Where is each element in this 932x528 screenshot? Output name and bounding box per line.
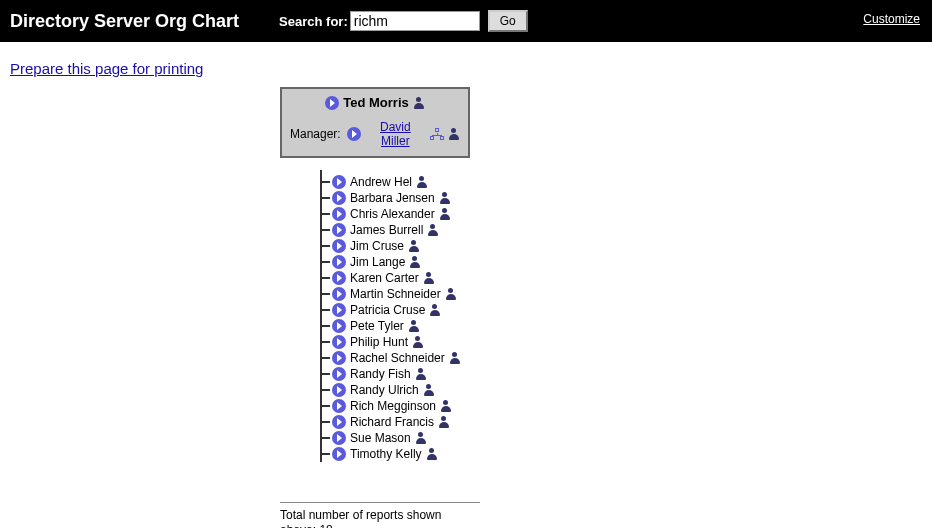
report-name[interactable]: Rich Megginson — [350, 399, 436, 413]
report-name[interactable]: Pete Tyler — [350, 319, 404, 333]
person-icon[interactable] — [409, 256, 421, 268]
report-name[interactable]: Philip Hunt — [350, 335, 408, 349]
report-name[interactable]: Jim Lange — [350, 255, 405, 269]
footer: Total number of reports shown above: 18 — [280, 502, 480, 528]
report-name[interactable]: Rachel Schneider — [350, 351, 445, 365]
report-row: Barbara Jensen — [322, 190, 932, 206]
tree-branch — [322, 277, 330, 279]
navigate-icon[interactable] — [332, 399, 346, 413]
tree-branch — [322, 421, 330, 423]
person-icon[interactable] — [412, 336, 424, 348]
report-name[interactable]: Martin Schneider — [350, 287, 441, 301]
tree-branch — [322, 197, 330, 199]
header-bar: Directory Server Org Chart Search for: G… — [0, 0, 932, 42]
tree-branch — [322, 389, 330, 391]
report-row: Jim Lange — [322, 254, 932, 270]
tree-branch — [322, 405, 330, 407]
report-name[interactable]: Barbara Jensen — [350, 191, 435, 205]
tree-branch — [322, 261, 330, 263]
navigate-icon[interactable] — [332, 335, 346, 349]
navigate-icon[interactable] — [332, 383, 346, 397]
report-row: Jim Cruse — [322, 238, 932, 254]
total-reports-text: Total number of reports shown above: 18 — [280, 508, 441, 528]
tree-branch — [322, 453, 330, 455]
tree-branch — [322, 357, 330, 359]
navigate-icon[interactable] — [347, 127, 361, 141]
person-icon[interactable] — [427, 224, 439, 236]
org-chart-icon[interactable] — [430, 128, 444, 140]
navigate-icon[interactable] — [332, 175, 346, 189]
report-row: Karen Carter — [322, 270, 932, 286]
report-name[interactable]: Andrew Hel — [350, 175, 412, 189]
report-name[interactable]: Sue Mason — [350, 431, 411, 445]
navigate-icon[interactable] — [332, 367, 346, 381]
navigate-icon[interactable] — [332, 319, 346, 333]
person-icon[interactable] — [445, 288, 457, 300]
report-name[interactable]: Chris Alexander — [350, 207, 435, 221]
customize-link[interactable]: Customize — [863, 12, 920, 26]
navigate-icon[interactable] — [332, 303, 346, 317]
person-icon[interactable] — [438, 416, 450, 428]
report-name[interactable]: Jim Cruse — [350, 239, 404, 253]
report-name[interactable]: Karen Carter — [350, 271, 419, 285]
person-icon[interactable] — [449, 352, 461, 364]
tree-branch — [322, 373, 330, 375]
person-icon[interactable] — [426, 448, 438, 460]
person-icon[interactable] — [423, 384, 435, 396]
go-button[interactable]: Go — [488, 10, 528, 32]
report-name[interactable]: Randy Ulrich — [350, 383, 419, 397]
person-icon[interactable] — [440, 400, 452, 412]
navigate-icon[interactable] — [332, 351, 346, 365]
manager-label: Manager: — [290, 127, 341, 141]
report-row: Philip Hunt — [322, 334, 932, 350]
report-row: Martin Schneider — [322, 286, 932, 302]
person-icon[interactable] — [448, 128, 460, 140]
navigate-icon[interactable] — [332, 239, 346, 253]
current-person-box: Ted Morris Manager: David Miller — [280, 87, 470, 158]
tree-branch — [322, 325, 330, 327]
report-row: Chris Alexander — [322, 206, 932, 222]
navigate-icon[interactable] — [332, 415, 346, 429]
tree-branch — [322, 437, 330, 439]
navigate-icon[interactable] — [332, 287, 346, 301]
report-row: James Burrell — [322, 222, 932, 238]
person-icon[interactable] — [415, 432, 427, 444]
navigate-icon[interactable] — [332, 207, 346, 221]
person-icon[interactable] — [415, 368, 427, 380]
tree-branch — [322, 245, 330, 247]
manager-name-link[interactable]: David Miller — [365, 120, 426, 148]
tree-branch — [322, 213, 330, 215]
print-link[interactable]: Prepare this page for printing — [10, 60, 203, 77]
person-icon[interactable] — [408, 320, 420, 332]
report-row: Rachel Schneider — [322, 350, 932, 366]
person-icon[interactable] — [439, 192, 451, 204]
tree-branch — [322, 293, 330, 295]
person-icon[interactable] — [416, 176, 428, 188]
report-name[interactable]: Randy Fish — [350, 367, 411, 381]
report-row: Rich Megginson — [322, 398, 932, 414]
current-person-name: Ted Morris — [343, 95, 409, 110]
report-name[interactable]: Patricia Cruse — [350, 303, 425, 317]
navigate-icon[interactable] — [332, 271, 346, 285]
report-name[interactable]: Richard Francis — [350, 415, 434, 429]
person-icon[interactable] — [408, 240, 420, 252]
navigate-icon[interactable] — [325, 96, 339, 110]
report-row: Richard Francis — [322, 414, 932, 430]
org-chart: Ted Morris Manager: David Miller Andrew … — [280, 87, 932, 462]
navigate-icon[interactable] — [332, 255, 346, 269]
current-person-row: Ted Morris — [290, 95, 460, 110]
search-input[interactable] — [350, 11, 480, 31]
person-icon[interactable] — [423, 272, 435, 284]
navigate-icon[interactable] — [332, 223, 346, 237]
navigate-icon[interactable] — [332, 447, 346, 461]
report-row: Randy Ulrich — [322, 382, 932, 398]
report-row: Sue Mason — [322, 430, 932, 446]
person-icon[interactable] — [429, 304, 441, 316]
navigate-icon[interactable] — [332, 431, 346, 445]
person-icon[interactable] — [413, 97, 425, 109]
navigate-icon[interactable] — [332, 191, 346, 205]
person-icon[interactable] — [439, 208, 451, 220]
report-name[interactable]: Timothy Kelly — [350, 447, 422, 461]
report-name[interactable]: James Burrell — [350, 223, 423, 237]
tree-branch — [322, 229, 330, 231]
